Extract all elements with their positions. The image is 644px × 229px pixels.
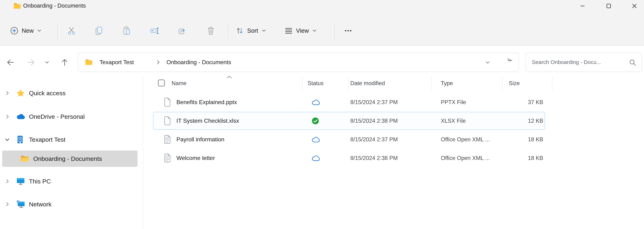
column-divider[interactable] (432, 76, 432, 91)
sort-ascending-caret-icon (226, 75, 232, 79)
chevron-right-icon[interactable] (156, 60, 160, 65)
search-input[interactable] (532, 54, 626, 70)
select-all-checkbox[interactable] (158, 79, 165, 86)
search-icon (629, 59, 636, 66)
search-box[interactable] (526, 53, 642, 72)
minimize-button[interactable] (574, 1, 591, 10)
sidebar-item-this-pc[interactable]: This PC (0, 173, 142, 190)
new-button-label: New (22, 27, 34, 34)
back-button[interactable] (4, 56, 17, 69)
chevron-down-icon (44, 60, 50, 65)
trash-icon (207, 26, 215, 35)
scissors-icon (67, 26, 76, 35)
sidebar-item-label: Network (29, 196, 52, 213)
file-row[interactable]: Welcome letter 8/15/2024 2:38 PM Office … (0, 149, 561, 167)
address-bar[interactable]: Texaport Test Onboarding - Documents (78, 53, 519, 72)
view-list-icon (284, 26, 293, 35)
column-divider[interactable] (302, 76, 303, 91)
status-cloud-icon (312, 136, 320, 143)
file-size: 18 KB (489, 149, 543, 167)
more-options-button[interactable] (339, 21, 358, 40)
file-row[interactable]: Payroll information 8/15/2024 2:37 PM Of… (0, 130, 561, 149)
breadcrumb-root[interactable]: Texaport Test (100, 53, 134, 72)
sidebar-item-label: This PC (29, 173, 51, 190)
sidebar-item-network[interactable]: Network (0, 196, 142, 213)
folder-icon (85, 58, 93, 66)
share-button[interactable] (173, 21, 192, 40)
view-button[interactable]: View (284, 21, 317, 40)
column-header-status[interactable]: Status (308, 77, 324, 89)
column-header-name[interactable]: Name (172, 77, 186, 89)
file-row[interactable]: Benefits Explained.pptx 8/15/2024 2:37 P… (0, 93, 561, 112)
recent-locations-button[interactable] (42, 56, 52, 69)
chevron-down-icon (37, 29, 42, 32)
file-icon (164, 98, 171, 107)
cut-button[interactable] (62, 21, 81, 40)
chevron-right-icon[interactable] (4, 178, 10, 184)
file-type: Office Open XML ... (441, 130, 490, 149)
close-icon (631, 3, 638, 9)
file-size: 37 KB (489, 93, 543, 112)
plus-circle-icon (10, 26, 18, 35)
column-header-date-modified[interactable]: Date modified (350, 77, 385, 89)
share-icon (178, 26, 187, 35)
column-divider[interactable] (348, 76, 348, 91)
column-header-type[interactable]: Type (441, 77, 453, 89)
file-row[interactable]: IT System Checklist.xlsx 8/15/2024 2:38 … (0, 112, 561, 130)
file-type: XLSX File (441, 112, 466, 130)
file-icon (164, 116, 171, 126)
chevron-right-icon[interactable] (4, 201, 10, 207)
breadcrumb-current[interactable]: Onboarding - Documents (166, 53, 231, 72)
file-date-modified: 8/15/2024 2:38 PM (350, 149, 398, 167)
ellipsis-icon (344, 29, 352, 32)
toolbar-separator (228, 23, 228, 39)
rename-button[interactable] (145, 21, 164, 40)
view-button-label: View (296, 27, 309, 34)
arrow-right-icon (27, 58, 36, 67)
file-name: Payroll information (176, 130, 224, 149)
file-date-modified: 8/15/2024 2:38 PM (350, 112, 398, 130)
title-bar: Onboarding - Documents (0, 0, 644, 11)
delete-button[interactable] (202, 21, 220, 40)
copy-button[interactable] (89, 21, 108, 40)
toolbar-separator (334, 23, 335, 39)
file-name: Benefits Explained.pptx (176, 93, 237, 112)
status-cloud-icon (312, 99, 320, 106)
file-size: 18 KB (489, 130, 543, 149)
maximize-icon (606, 3, 612, 9)
arrow-left-icon (6, 58, 15, 67)
arrow-up-icon (60, 58, 69, 67)
document-text-icon (164, 153, 171, 163)
new-button[interactable]: New (10, 21, 42, 40)
paste-button[interactable] (117, 21, 136, 40)
sort-icon (236, 26, 244, 35)
monitor-icon (16, 177, 25, 185)
forward-button[interactable] (25, 56, 38, 69)
sort-button[interactable]: Sort (236, 21, 266, 40)
paste-icon (122, 26, 131, 35)
file-name: Welcome letter (176, 149, 215, 167)
file-name: IT System Checklist.xlsx (176, 112, 239, 130)
file-date-modified: 8/15/2024 2:37 PM (350, 93, 398, 112)
refresh-button[interactable] (504, 58, 512, 67)
column-divider[interactable] (502, 76, 502, 91)
toolbar-separator (57, 23, 58, 39)
network-icon (16, 200, 25, 208)
status-cloud-icon (312, 155, 320, 161)
minimize-icon (580, 3, 586, 9)
file-date-modified: 8/15/2024 2:37 PM (350, 130, 398, 149)
chevron-down-icon (312, 29, 317, 32)
status-synced-icon (312, 117, 319, 125)
column-divider[interactable] (552, 76, 552, 91)
column-header-size[interactable]: Size (509, 77, 520, 89)
address-dropdown-button[interactable] (485, 60, 490, 65)
file-type: Office Open XML ... (441, 149, 490, 167)
up-button[interactable] (58, 56, 71, 69)
file-type: PPTX File (441, 93, 466, 112)
window-title: Onboarding - Documents (23, 0, 86, 11)
folder-icon (13, 2, 21, 9)
close-button[interactable] (626, 1, 643, 10)
top-chrome: Onboarding - Documents (0, 0, 644, 46)
file-explorer-window: Onboarding - Documents (0, 0, 644, 229)
maximize-button[interactable] (600, 1, 618, 10)
